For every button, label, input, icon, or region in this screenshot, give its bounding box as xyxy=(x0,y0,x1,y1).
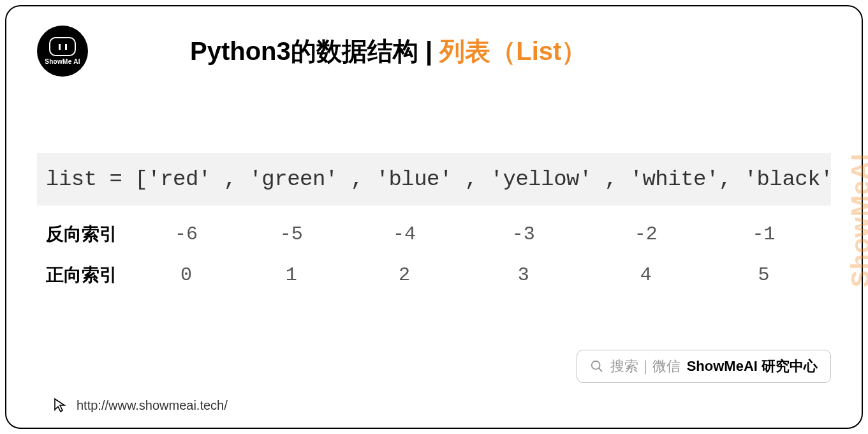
positive-index-label: 正向索引 xyxy=(46,263,138,287)
logo-text: ShowMe AI xyxy=(45,58,80,65)
pos-idx: 4 xyxy=(586,264,705,286)
search-icon xyxy=(590,359,604,373)
pos-idx: 1 xyxy=(234,264,348,286)
page-title: Python3的数据结构 | 列表（List） xyxy=(190,34,587,69)
search-bold: ShowMeAI 研究中心 xyxy=(687,357,818,376)
search-hint-box: 搜索｜微信 ShowMeAI 研究中心 xyxy=(577,350,831,383)
pos-idx: 2 xyxy=(348,264,460,286)
positive-index-values: 0 1 2 3 4 5 xyxy=(138,264,822,286)
title-accent: 列表（List） xyxy=(439,37,587,65)
negative-index-label: 反向索引 xyxy=(46,222,138,246)
title-main: Python3的数据结构 xyxy=(190,37,418,65)
pos-idx: 0 xyxy=(138,264,234,286)
header: ShowMe AI Python3的数据结构 | 列表（List） xyxy=(37,26,831,77)
cursor-icon xyxy=(52,397,68,414)
showmeai-logo: ShowMe AI xyxy=(37,26,88,77)
robot-face-icon xyxy=(49,37,76,56)
search-prefix: 搜索｜微信 xyxy=(610,357,680,376)
svg-point-0 xyxy=(591,361,600,370)
footer: http://www.showmeai.tech/ xyxy=(52,397,228,414)
pos-idx: 5 xyxy=(705,264,822,286)
neg-idx: -1 xyxy=(705,223,822,245)
code-example: list = ['red' , 'green' , 'blue' , 'yell… xyxy=(37,153,831,206)
neg-idx: -4 xyxy=(348,223,460,245)
positive-index-row: 正向索引 0 1 2 3 4 5 xyxy=(37,263,831,287)
content-frame: ShowMe AI Python3的数据结构 | 列表（List） list =… xyxy=(5,5,863,429)
watermark-text: ShowMeAI xyxy=(846,153,868,287)
neg-idx: -6 xyxy=(138,223,234,245)
footer-url: http://www.showmeai.tech/ xyxy=(77,398,228,413)
neg-idx: -3 xyxy=(460,223,587,245)
neg-idx: -5 xyxy=(234,223,348,245)
svg-line-1 xyxy=(598,368,602,372)
title-sep: | xyxy=(418,37,439,65)
negative-index-row: 反向索引 -6 -5 -4 -3 -2 -1 xyxy=(37,222,831,246)
negative-index-values: -6 -5 -4 -3 -2 -1 xyxy=(138,223,822,245)
neg-idx: -2 xyxy=(586,223,705,245)
pos-idx: 3 xyxy=(460,264,587,286)
